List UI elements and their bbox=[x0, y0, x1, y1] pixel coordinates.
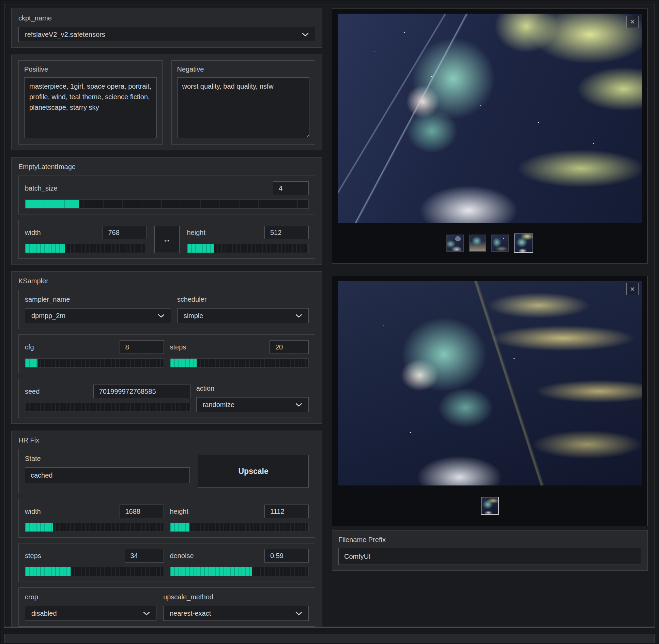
hr-height-label: height bbox=[170, 508, 189, 515]
hr-width-slider-fill bbox=[25, 523, 53, 531]
seed-block: seed 701999972768585 bbox=[25, 385, 190, 412]
latent-height-input[interactable]: 512 bbox=[264, 226, 309, 239]
crop-select[interactable]: disabled bbox=[25, 606, 156, 621]
thumbnail-4-selected[interactable] bbox=[514, 234, 533, 253]
latent-width-input[interactable]: 768 bbox=[103, 226, 147, 239]
empty-latent-image-title: EmptyLatentImage bbox=[18, 163, 315, 171]
positive-prompt-panel: Positive masterpiece, 1girl, space opera… bbox=[18, 60, 163, 145]
steps-slider-fill bbox=[170, 359, 197, 367]
close-icon[interactable]: × bbox=[626, 283, 639, 295]
cfg-slider-fill bbox=[25, 359, 37, 367]
batch-size-panel: batch_size 4 bbox=[18, 176, 315, 214]
negative-prompt-textarea[interactable]: worst quality, bad quality, nsfw bbox=[177, 77, 310, 138]
filename-prefix-label: Filename Prefix bbox=[338, 536, 641, 544]
latent-height-slider-fill bbox=[187, 244, 214, 253]
latent-width-slider[interactable] bbox=[25, 244, 147, 253]
app-canvas: ckpt_name refslaveV2_v2.safetensors Posi… bbox=[1, 1, 658, 643]
ckpt-name-value: refslaveV2_v2.safetensors bbox=[25, 31, 105, 39]
denoise-label: denoise bbox=[170, 552, 194, 560]
sampler-name-block: sampler_name dpmpp_2m bbox=[25, 296, 171, 323]
chevron-down-icon bbox=[295, 403, 302, 407]
scheduler-block: scheduler simple bbox=[177, 296, 309, 323]
seed-input[interactable]: 701999972768585 bbox=[93, 385, 190, 398]
hr-height-slider-fill bbox=[170, 523, 190, 531]
negative-prompt-panel: Negative worst quality, bad quality, nsf… bbox=[171, 60, 316, 145]
preview-column: × × bbox=[332, 9, 648, 621]
scheduler-value: simple bbox=[184, 312, 203, 320]
upscale-method-select[interactable]: nearest-exact bbox=[163, 606, 309, 621]
state-block: State cached bbox=[25, 455, 190, 488]
thumbnail-1[interactable] bbox=[446, 235, 464, 252]
hr-steps-label: steps bbox=[25, 552, 41, 560]
sampler-name-value: dpmpp_2m bbox=[31, 312, 65, 320]
upscale-button[interactable]: Upscale bbox=[198, 455, 309, 488]
crop-label: crop bbox=[25, 593, 156, 601]
cfg-steps-panel: cfg 8 steps 20 bbox=[18, 334, 315, 373]
thumbnail-1-selected[interactable] bbox=[481, 497, 499, 515]
close-icon[interactable]: × bbox=[626, 16, 639, 28]
sampler-name-select[interactable]: dpmpp_2m bbox=[25, 308, 171, 323]
workflow-panel: ckpt_name refslaveV2_v2.safetensors Posi… bbox=[4, 3, 655, 627]
latent-height-label: height bbox=[187, 229, 206, 237]
filename-prefix-group: Filename Prefix ComfyUI bbox=[332, 530, 648, 571]
thumbnail-3[interactable] bbox=[491, 235, 509, 252]
chevron-down-icon bbox=[158, 314, 165, 318]
hr-size-panel: width 1688 height 1112 bbox=[18, 499, 315, 538]
positive-prompt-textarea[interactable]: masterpiece, 1girl, space opera, portrai… bbox=[24, 77, 157, 138]
action-block: action randomize bbox=[196, 385, 309, 412]
filename-prefix-input[interactable]: ComfyUI bbox=[338, 548, 641, 565]
batch-size-input[interactable]: 4 bbox=[273, 181, 309, 195]
seed-slider[interactable] bbox=[25, 403, 190, 412]
sampler-panel: sampler_name dpmpp_2m scheduler simple bbox=[18, 290, 315, 329]
denoise-slider[interactable] bbox=[170, 567, 309, 576]
action-select[interactable]: randomize bbox=[196, 397, 309, 412]
hr-height-input[interactable]: 1112 bbox=[264, 505, 309, 518]
thumbnail-2[interactable] bbox=[469, 235, 486, 252]
sampler-name-label: sampler_name bbox=[25, 296, 171, 303]
hr-height-slider[interactable] bbox=[170, 523, 309, 532]
parameters-column: ckpt_name refslaveV2_v2.safetensors Posi… bbox=[11, 9, 322, 621]
cfg-input[interactable]: 8 bbox=[120, 340, 164, 354]
ckpt-name-select[interactable]: refslaveV2_v2.safetensors bbox=[18, 27, 315, 42]
state-value-box[interactable]: cached bbox=[25, 467, 190, 483]
hr-width-label: width bbox=[25, 508, 41, 515]
denoise-input[interactable]: 0.59 bbox=[264, 549, 309, 563]
hr-width-slider[interactable] bbox=[25, 523, 164, 532]
upscale-method-value: nearest-exact bbox=[170, 610, 211, 617]
latent-height-slider[interactable] bbox=[187, 244, 309, 253]
thumbnail-row bbox=[332, 223, 647, 263]
hr-steps-block: steps 34 bbox=[25, 549, 164, 576]
ksampler-title: KSampler bbox=[18, 277, 315, 285]
steps-block: steps 20 bbox=[170, 340, 309, 368]
seed-action-panel: seed 701999972768585 action randomize bbox=[18, 379, 315, 418]
hr-steps-slider[interactable] bbox=[25, 567, 164, 576]
batch-size-label: batch_size bbox=[25, 184, 58, 192]
steps-label: steps bbox=[170, 343, 186, 351]
thumbnail-row bbox=[332, 485, 647, 526]
swap-arrows-icon: ↔ bbox=[163, 235, 171, 244]
batch-size-slider[interactable] bbox=[25, 199, 309, 209]
hr-steps-slider-fill bbox=[25, 567, 71, 576]
negative-label: Negative bbox=[177, 65, 310, 73]
bottom-divider bbox=[4, 627, 655, 628]
latent-width-block: width 768 bbox=[25, 226, 147, 253]
hr-width-input[interactable]: 1688 bbox=[120, 505, 164, 518]
seed-label: seed bbox=[25, 388, 40, 395]
steps-input[interactable]: 20 bbox=[270, 340, 309, 354]
action-value: randomize bbox=[203, 401, 234, 409]
scheduler-select[interactable]: simple bbox=[177, 308, 309, 323]
scheduler-label: scheduler bbox=[177, 296, 309, 303]
hr-steps-input[interactable]: 34 bbox=[125, 549, 164, 563]
swap-dimensions-button[interactable]: ↔ bbox=[154, 226, 180, 253]
chevron-down-icon bbox=[143, 612, 150, 615]
empty-latent-image-group: EmptyLatentImage batch_size 4 bbox=[11, 157, 322, 265]
preview-gallery-top: × bbox=[332, 9, 648, 264]
cfg-slider[interactable] bbox=[25, 358, 164, 368]
latent-size-panel: width 768 ↔ height bbox=[18, 220, 315, 259]
collapsed-bottom-panel[interactable] bbox=[4, 634, 655, 643]
batch-size-slider-fill bbox=[25, 200, 79, 208]
hr-fix-title: HR Fix bbox=[18, 436, 315, 444]
latent-width-slider-fill bbox=[25, 244, 65, 253]
steps-slider[interactable] bbox=[170, 358, 309, 368]
crop-value: disabled bbox=[31, 610, 57, 617]
